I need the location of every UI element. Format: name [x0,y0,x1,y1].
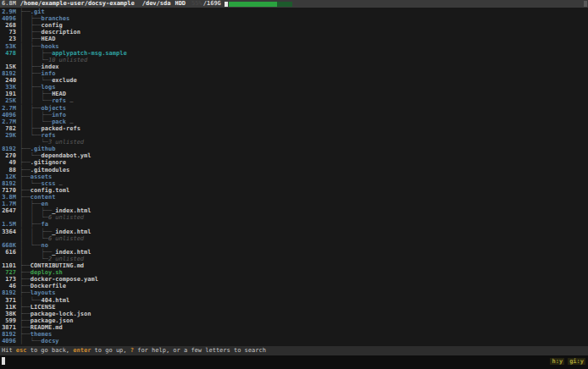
tree-row[interactable]: 3871 ├──README.md [2,324,588,331]
tree-row[interactable]: 73 │ ├──description [2,29,588,36]
dir-name: docsy [42,338,59,344]
file-size: 240 [2,77,16,84]
tree-row-unlisted[interactable]: │ └─3 unlisted [2,139,588,146]
tree-branch-lines: ├── [16,187,31,194]
file-name: CONTRIBUTING.md [31,262,84,269]
file-size: 38K [2,311,16,317]
tree-branch-lines: │ ├── [16,15,42,22]
tree-row[interactable]: 2.7M │ │ └──pack … [2,118,588,125]
tree-branch-lines: ├── [16,311,31,317]
tree-row[interactable]: 49 ├──.gitignore [2,159,588,166]
tree-branch-lines: ├── [16,262,31,269]
tree-row[interactable]: 53K │ ├──hooks [2,43,588,50]
dir-name: branches [42,15,70,22]
tree-row[interactable]: 33K │ ├──logs [2,84,588,91]
tree-branch-lines: │ ├── [16,70,42,77]
file-name: package.json [31,317,74,324]
tree-row[interactable]: 4096 │ ├──branches [2,15,588,22]
device-name: /dev/sda [142,0,171,8]
file-size: 2647 [2,207,16,214]
tree-branch-lines: ├── [16,8,31,15]
tree-row[interactable]: 8192 │ ├──info [2,70,588,77]
tree-row[interactable]: 11K ├──LICENSE [2,304,588,311]
file-size: 2.7M [2,118,16,125]
tree-branch-lines: │ │ └─ [16,235,48,242]
flag-h: h:y [550,358,564,365]
tree-branch-lines: ├── [16,304,31,311]
tree-row[interactable]: 25K │ │ └──refs … [2,97,588,104]
tree-row[interactable]: 8192 ├──layouts [2,289,588,296]
tree-row[interactable]: 2.7M │ ├──objects [2,105,588,112]
tree-row[interactable]: 2.9M ├──.git [2,8,588,15]
tree-row[interactable]: 12K ├──assets [2,173,588,180]
tree-row[interactable]: 371 │ └──404.html [2,297,588,304]
tree-row[interactable]: 3.8M ├──content [2,194,588,201]
tree-branch-lines: │ └── [16,338,42,344]
tree-row[interactable]: 270 │ └──dependabot.yml [2,152,588,159]
flag-gi: gi:y [568,358,585,365]
dir-name: info [42,70,56,77]
tree-row[interactable]: 46 ├──Dockerfile [2,283,588,289]
file-size: 8192 [2,70,16,77]
tree-row-unlisted[interactable]: │ │ └─6 unlisted [2,235,588,242]
tree-row[interactable]: 3364 │ │ ├──_index.html [2,229,588,235]
current-path[interactable]: /home/example-user/docsy-example [20,0,135,8]
tree-row[interactable]: 268 │ ├──config [2,22,588,29]
file-size: 268 [2,22,16,29]
file-size: 782 [2,125,16,132]
truncation-ellipsis: … [66,97,73,104]
tree-row[interactable]: 8192 ├──themes [2,331,588,338]
key-hint: esc [16,347,27,354]
tree-branch-lines: │ └── [16,297,42,304]
truncation-ellipsis: … [66,118,73,125]
file-size: 727 [2,269,16,276]
dir-name: .github [31,146,56,152]
tree-row[interactable]: 2647 │ │ ├──_index.html [2,207,588,214]
search-input-line[interactable]: h:ygi:y [0,355,588,369]
tree-branch-lines: │ └── [16,180,42,187]
tree-branch-lines: │ │ └─ [16,57,48,63]
tree-row[interactable]: 599 ├──package.json [2,317,588,324]
tree-row[interactable]: 15K │ ├──index [2,63,588,70]
tree-row[interactable]: 4096 │ │ ├──info [2,112,588,118]
tree-row[interactable]: 1.7M │ ├──en [2,201,588,207]
tree-branch-lines: ├── [16,146,31,152]
dir-name: logs [42,84,56,91]
tree-branch-lines: │ ├── [16,249,52,256]
tree-row[interactable]: 191 │ │ ├──HEAD [2,91,588,97]
tree-branch-lines: │ ├── [16,63,42,70]
file-size: 616 [2,249,16,256]
tree-row[interactable]: 7170 ├──config.toml [2,187,588,194]
tree-row[interactable]: 782 │ ├──packed-refs [2,125,588,132]
tree-row[interactable]: 240 │ │ └──exclude [2,77,588,84]
tree-row[interactable]: 23 │ ├──HEAD [2,36,588,42]
tree-row[interactable]: 478 │ │ ├──applypatch-msg.sample [2,50,588,57]
tree-branch-lines: │ │ ├── [16,112,52,118]
file-name: 2 unlisted [48,256,84,262]
tree-row-unlisted[interactable]: │ │ └─6 unlisted [2,214,588,221]
tree-branch-lines: │ ├── [16,43,42,50]
tree-row[interactable]: 1.5M │ ├──fa [2,221,588,228]
tree-row[interactable]: 173 ├──docker-compose.yaml [2,276,588,283]
tree-row[interactable]: 8192 │ └──scss … [2,180,588,187]
file-size: 4096 [2,338,16,344]
file-size: 2.9M [2,8,16,15]
file-size: 12K [2,173,16,180]
tree-row[interactable]: 616 │ ├──_index.html [2,249,588,256]
tree-row[interactable]: 29K │ └──refs [2,132,588,139]
tree-row[interactable]: 38K ├──package-lock.json [2,311,588,317]
tree-row[interactable]: 4096 │ └──docsy [2,338,588,344]
tree-row[interactable]: 1101 ├──CONTRIBUTING.md [2,262,588,269]
file-size: 29K [2,132,16,139]
tree-row[interactable]: 88 ├──.gitmodules [2,167,588,173]
tree-branch-lines: │ ├── [16,36,42,42]
tree-branch-lines: ├── [16,324,31,331]
status-bar: Hit esc to go back, enter to go up, ? fo… [0,346,588,355]
file-name: .gitignore [31,159,66,166]
disk-usage-percent: 55% [191,0,202,8]
tree-row-unlisted[interactable]: │ │ └─10 unlisted [2,57,588,63]
file-name: _index.html [52,229,91,235]
file-name: package-lock.json [31,311,92,317]
tree-row-unlisted[interactable]: │ └─2 unlisted [2,256,588,262]
tree-row[interactable]: 668K │ └──no [2,242,588,249]
